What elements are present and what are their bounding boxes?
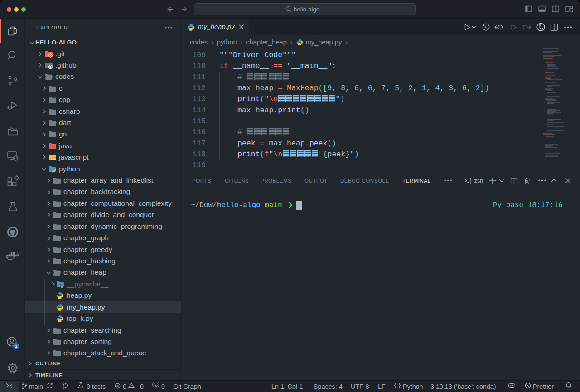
svg-text:JS: JS (53, 157, 56, 160)
